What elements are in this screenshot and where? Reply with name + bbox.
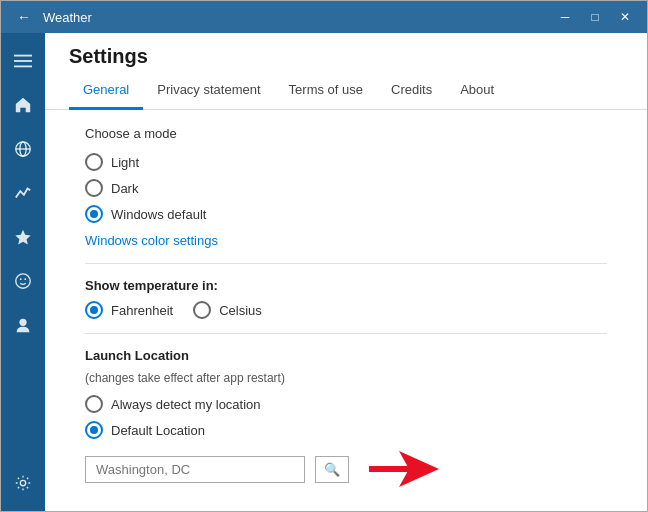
location-detect-radio[interactable] bbox=[85, 395, 103, 413]
temp-fahrenheit-option[interactable]: Fahrenheit bbox=[85, 301, 173, 319]
mode-light-label: Light bbox=[111, 155, 139, 170]
tab-terms[interactable]: Terms of use bbox=[275, 72, 377, 110]
mode-light-radio[interactable] bbox=[85, 153, 103, 171]
location-subtitle: (changes take effect after app restart) bbox=[85, 371, 607, 385]
svg-point-10 bbox=[19, 319, 26, 326]
sidebar-item-settings[interactable] bbox=[3, 463, 43, 503]
mode-windows-radio-fill bbox=[90, 210, 98, 218]
location-radio-group: Always detect my location Default Locati… bbox=[85, 395, 607, 439]
location-default-option[interactable]: Default Location bbox=[85, 421, 607, 439]
svg-point-7 bbox=[16, 274, 30, 288]
mode-radio-group: Light Dark Windows default bbox=[85, 153, 607, 223]
temp-celsius-label: Celsius bbox=[219, 303, 262, 318]
window-controls: ─ □ ✕ bbox=[551, 3, 639, 31]
location-search-row: 🔍 bbox=[85, 449, 607, 489]
mode-dark-radio[interactable] bbox=[85, 179, 103, 197]
location-detect-option[interactable]: Always detect my location bbox=[85, 395, 607, 413]
location-default-fill bbox=[90, 426, 98, 434]
location-default-radio[interactable] bbox=[85, 421, 103, 439]
mode-light-option[interactable]: Light bbox=[85, 153, 607, 171]
title-bar: ← Weather ─ □ ✕ bbox=[1, 1, 647, 33]
title-bar-left: ← Weather bbox=[13, 7, 92, 27]
mode-dark-option[interactable]: Dark bbox=[85, 179, 607, 197]
svg-marker-6 bbox=[15, 230, 30, 245]
sidebar-item-menu[interactable] bbox=[3, 41, 43, 81]
sidebar-item-emoji[interactable] bbox=[3, 261, 43, 301]
settings-body: Choose a mode Light Dark Windows bbox=[45, 110, 647, 511]
sidebar-item-forecast[interactable] bbox=[3, 173, 43, 213]
location-default-label: Default Location bbox=[111, 423, 205, 438]
red-arrow-icon bbox=[359, 449, 439, 489]
page-title: Settings bbox=[45, 33, 647, 68]
svg-point-11 bbox=[20, 480, 25, 485]
location-section-title: Launch Location bbox=[85, 348, 607, 363]
location-search-input[interactable] bbox=[85, 456, 305, 483]
mode-windows-label: Windows default bbox=[111, 207, 206, 222]
location-search-button[interactable]: 🔍 bbox=[315, 456, 349, 483]
content-area: Settings General Privacy statement Terms… bbox=[45, 33, 647, 511]
sidebar-item-account[interactable] bbox=[3, 305, 43, 345]
sidebar bbox=[1, 33, 45, 511]
divider-2 bbox=[85, 333, 607, 334]
svg-point-9 bbox=[24, 278, 26, 280]
windows-color-settings-link[interactable]: Windows color settings bbox=[85, 233, 218, 248]
mode-section-title: Choose a mode bbox=[85, 126, 607, 141]
tab-general[interactable]: General bbox=[69, 72, 143, 110]
tab-privacy[interactable]: Privacy statement bbox=[143, 72, 274, 110]
svg-rect-0 bbox=[14, 55, 32, 57]
window-title: Weather bbox=[43, 10, 92, 25]
mode-windows-option[interactable]: Windows default bbox=[85, 205, 607, 223]
temp-fahrenheit-label: Fahrenheit bbox=[111, 303, 173, 318]
sidebar-item-home[interactable] bbox=[3, 85, 43, 125]
svg-rect-2 bbox=[14, 66, 32, 68]
temp-celsius-option[interactable]: Celsius bbox=[193, 301, 262, 319]
mode-dark-label: Dark bbox=[111, 181, 138, 196]
weather-window: ← Weather ─ □ ✕ bbox=[0, 0, 648, 512]
temp-fahrenheit-radio[interactable] bbox=[85, 301, 103, 319]
back-button[interactable]: ← bbox=[13, 7, 35, 27]
temp-celsius-radio[interactable] bbox=[193, 301, 211, 319]
mode-windows-radio[interactable] bbox=[85, 205, 103, 223]
tab-credits[interactable]: Credits bbox=[377, 72, 446, 110]
temp-section-title: Show temperature in: bbox=[85, 278, 607, 293]
minimize-button[interactable]: ─ bbox=[551, 3, 579, 31]
svg-rect-13 bbox=[369, 466, 409, 472]
maximize-button[interactable]: □ bbox=[581, 3, 609, 31]
temp-radio-row: Fahrenheit Celsius bbox=[85, 301, 607, 319]
sidebar-item-news[interactable] bbox=[3, 129, 43, 169]
tabs-bar: General Privacy statement Terms of use C… bbox=[45, 72, 647, 110]
svg-point-8 bbox=[20, 278, 22, 280]
location-detect-label: Always detect my location bbox=[111, 397, 261, 412]
svg-rect-1 bbox=[14, 60, 32, 62]
divider-1 bbox=[85, 263, 607, 264]
close-button[interactable]: ✕ bbox=[611, 3, 639, 31]
tab-about[interactable]: About bbox=[446, 72, 508, 110]
sidebar-item-favorites[interactable] bbox=[3, 217, 43, 257]
temp-fahrenheit-fill bbox=[90, 306, 98, 314]
main-content: Settings General Privacy statement Terms… bbox=[1, 33, 647, 511]
